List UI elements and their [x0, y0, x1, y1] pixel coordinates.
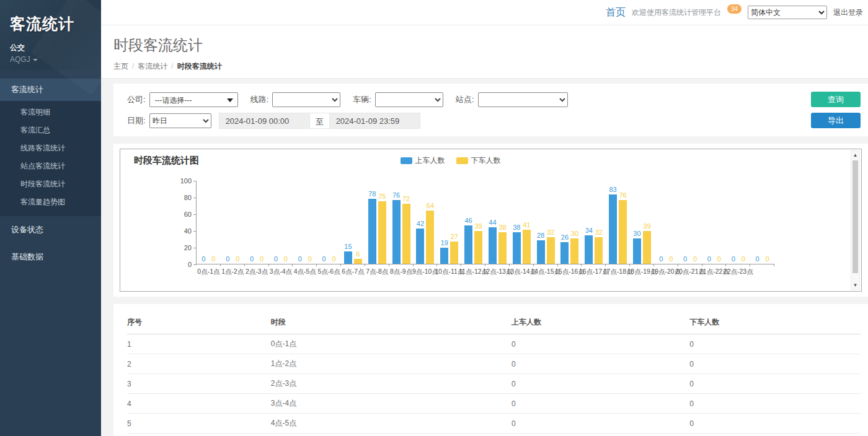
table-cell: 0	[689, 434, 861, 436]
sidebar-subitem-线路客流统计[interactable]: 线路客流统计	[0, 139, 101, 157]
scroll-down-icon[interactable]: ▼	[851, 281, 859, 289]
bar-上车人数-13点-14点	[513, 232, 521, 264]
sidebar-item-设备状态[interactable]: 设备状态	[0, 216, 101, 243]
chart-vertical-scrollbar[interactable]: ▲ ▼	[851, 150, 860, 290]
x-axis-tick-mark	[436, 264, 437, 266]
table-cell: 4	[127, 394, 271, 414]
query-button[interactable]: 查询	[811, 92, 861, 107]
bar-value-label: 27	[451, 233, 458, 240]
filter-panel: 公司: ---请选择--- 线路: 车辆: 站点: 日期:	[113, 84, 868, 136]
bar-下车人数-17点-18点	[619, 200, 627, 264]
bar-上车人数-16点-17点	[585, 235, 593, 264]
app-logo-title: 客流统计	[10, 14, 91, 34]
export-button[interactable]: 导出	[811, 113, 861, 128]
table-header-下车人数: 下车人数	[689, 312, 861, 334]
sidebar-subitem-客流明细[interactable]: 客流明细	[0, 103, 101, 121]
legend-swatch-icon	[401, 157, 412, 164]
x-axis-tick-mark	[678, 264, 678, 266]
table-cell: 0	[689, 394, 861, 414]
bar-value-label: 30	[633, 230, 640, 237]
scroll-up-icon[interactable]: ▲	[851, 151, 859, 159]
bar-上车人数-12点-13点	[489, 227, 497, 264]
table-cell: 0	[512, 354, 689, 374]
home-link[interactable]: 首页	[606, 6, 626, 19]
station-select[interactable]	[478, 92, 568, 107]
page-heading: 时段客流统计 主页/客流统计/时段客流统计	[101, 25, 868, 79]
bar-value-label: 76	[392, 191, 400, 199]
scrollbar-thumb[interactable]	[852, 160, 858, 273]
line-select[interactable]	[272, 92, 340, 107]
bar-下车人数-15点-16点	[570, 238, 578, 264]
date-from-input[interactable]	[219, 113, 310, 129]
sidebar-subitem-站点客流统计[interactable]: 站点客流统计	[0, 157, 101, 175]
bar-value-label: 0	[766, 255, 769, 263]
bar-value-label: 0	[226, 255, 229, 263]
sidebar-subitem-客流量趋势图[interactable]: 客流量趋势图	[0, 193, 101, 211]
notification-badge[interactable]: 34	[727, 4, 742, 14]
bar-value-label: 76	[619, 191, 626, 199]
x-axis-tick-mark	[461, 264, 461, 266]
legend-item-下车人数[interactable]: 下车人数	[456, 155, 501, 166]
bar-上车人数-9点-10点	[416, 229, 424, 264]
table-cell: 0	[689, 374, 861, 394]
table-cell: 0	[689, 354, 861, 374]
table-row: 54点-5点00	[127, 414, 861, 434]
x-axis-tick-mark	[774, 264, 774, 266]
x-axis-tick-mark	[605, 264, 606, 266]
bar-value-label: 19	[441, 239, 448, 246]
breadcrumb-home[interactable]: 主页	[113, 62, 128, 71]
y-axis-tick-label: 80	[173, 194, 192, 201]
line-label: 线路:	[250, 94, 269, 105]
data-table: 序号时段上车人数下车人数 10点-1点0021点-2点0032点-3点0043点…	[127, 312, 861, 436]
date-label: 日期:	[127, 115, 146, 126]
legend-item-上车人数[interactable]: 上车人数	[401, 155, 445, 166]
bar-下车人数-11点-12点	[474, 231, 482, 264]
table-row: 65点-6点00	[127, 434, 861, 436]
y-axis-tick-mark	[193, 214, 197, 215]
bar-下车人数-18点-19点	[643, 231, 651, 264]
sidebar-subitem-时段客流统计[interactable]: 时段客流统计	[0, 175, 101, 193]
x-axis-tick-mark	[557, 264, 558, 266]
sidebar: 客流统计 公交 AQGJ 客流统计客流明细客流汇总线路客流统计站点客流统计时段客…	[0, 0, 101, 436]
sidebar-subitem-客流汇总[interactable]: 客流汇总	[0, 121, 101, 139]
table-cell: 1	[127, 334, 271, 354]
date-to-input[interactable]	[329, 113, 420, 129]
x-axis-category-label: 22点-23点	[724, 268, 753, 276]
company-select[interactable]: ---请选择---	[149, 92, 238, 107]
bar-value-label: 0	[298, 255, 302, 263]
table-cell: 2	[127, 354, 271, 374]
legend-swatch-icon	[456, 157, 468, 164]
table-cell: 0点-1点	[271, 334, 512, 354]
date-preset-select[interactable]: 昨日	[149, 113, 211, 128]
bar-value-label: 72	[402, 195, 410, 203]
chart-container: 时段车流统计图 上车人数下车人数 020406080100000点-1点001点…	[120, 149, 862, 292]
bar-下车人数-9点-10点	[426, 211, 434, 264]
bar-value-label: 0	[322, 255, 326, 263]
x-axis-category-label: 4点-5点	[294, 268, 316, 276]
bar-value-label: 32	[595, 229, 603, 236]
y-axis-tick-label: 60	[173, 211, 192, 218]
bar-下车人数-14点-15点	[547, 237, 555, 264]
breadcrumb-section[interactable]: 客流统计	[138, 62, 167, 71]
vehicle-select[interactable]	[375, 92, 443, 107]
language-select[interactable]: 简体中文	[748, 6, 827, 19]
org-code-dropdown[interactable]: AQGJ	[10, 55, 91, 64]
bar-value-label: 0	[202, 255, 205, 263]
breadcrumb: 主页/客流统计/时段客流统计	[113, 61, 868, 72]
bar-value-label: 0	[332, 255, 336, 263]
bar-上车人数-18点-19点	[633, 238, 641, 264]
sidebar-menu: 客流统计客流明细客流汇总线路客流统计站点客流统计时段客流统计客流量趋势图设备状态…	[0, 79, 101, 271]
table-cell: 0	[512, 334, 689, 354]
station-label: 站点:	[456, 94, 474, 105]
x-axis-category-label: 6点-7点	[342, 268, 364, 276]
table-row: 10点-1点00	[127, 334, 861, 354]
y-axis-tick-label: 100	[173, 177, 192, 185]
bar-value-label: 0	[308, 255, 312, 263]
bar-下车人数-13点-14点	[523, 230, 531, 264]
breadcrumb-current: 时段客流统计	[177, 62, 222, 71]
table-cell: 1点-2点	[271, 354, 512, 374]
sidebar-item-基础数据[interactable]: 基础数据	[0, 243, 101, 271]
bar-value-label: 39	[643, 222, 650, 230]
bar-value-label: 83	[609, 186, 616, 193]
logout-link[interactable]: 退出登录	[833, 7, 863, 18]
